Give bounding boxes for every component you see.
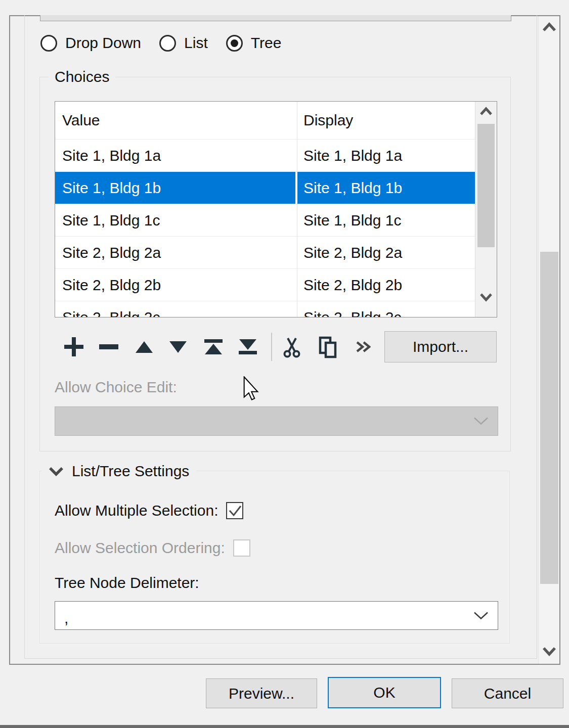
list-tree-settings-header[interactable]: List/Tree Settings [41, 461, 196, 481]
cell-value: Site 2, Bldg 2c [55, 301, 297, 317]
chevron-down-icon [479, 293, 493, 302]
radio-label: List [184, 34, 208, 52]
move-to-top-icon[interactable] [204, 339, 223, 354]
radio-tree[interactable]: Tree [226, 34, 282, 52]
cell-display: Site 1, Bldg 1a [297, 140, 476, 171]
table-row[interactable]: Site 1, Bldg 1aSite 1, Bldg 1a [55, 140, 476, 172]
table-row[interactable]: Site 2, Bldg 2cSite 2, Bldg 2c [55, 301, 476, 317]
cell-display: Site 1, Bldg 1b [297, 172, 476, 204]
chevron-down-icon [473, 417, 489, 426]
cell-value: Site 2, Bldg 2a [55, 237, 297, 268]
chevron-down-icon [542, 646, 556, 656]
section-title: List/Tree Settings [72, 463, 189, 480]
ok-button[interactable]: OK [328, 677, 441, 708]
table-scrollbar[interactable] [475, 102, 497, 317]
cell-display: Site 2, Bldg 2b [297, 269, 476, 301]
scroll-up-button[interactable] [539, 22, 559, 32]
allow-selection-ordering-checkbox [233, 539, 250, 557]
cell-value: Site 1, Bldg 1b [55, 172, 297, 204]
chevron-up-icon [542, 22, 556, 32]
ok-button-label: OK [373, 684, 395, 701]
radio-circle[interactable] [226, 35, 243, 52]
choice-options-dialog: Drop Down List Tree Choices Value Displa… [0, 0, 569, 728]
cell-value: Site 1, Bldg 1a [55, 140, 297, 171]
radio-label: Drop Down [65, 34, 141, 52]
add-icon[interactable] [64, 337, 83, 356]
cancel-button-label: Cancel [484, 685, 531, 702]
scrollbar-thumb[interactable] [540, 252, 558, 584]
window-bottom-edge [0, 725, 569, 728]
choices-group-label: Choices [49, 67, 115, 86]
cancel-button[interactable]: Cancel [452, 678, 563, 708]
chevron-down-icon [473, 611, 489, 620]
move-up-icon[interactable] [136, 341, 153, 353]
radio-circle[interactable] [40, 35, 57, 52]
cell-display: Site 2, Bldg 2c [297, 301, 476, 317]
table-row[interactable]: Site 1, Bldg 1cSite 1, Bldg 1c [55, 204, 476, 237]
scrollbar-thumb[interactable] [477, 124, 495, 247]
allow-multiple-selection-checkbox[interactable] [226, 502, 243, 519]
copy-icon[interactable] [319, 336, 337, 358]
preview-button-label: Preview... [229, 685, 294, 702]
table-row[interactable]: Site 2, Bldg 2bSite 2, Bldg 2b [55, 269, 476, 301]
radio-label: Tree [251, 34, 282, 52]
choices-toolbar: Import... [55, 330, 497, 364]
import-button-label: Import... [413, 338, 468, 355]
preview-button[interactable]: Preview... [206, 678, 317, 708]
cell-value: Site 2, Bldg 2b [55, 269, 297, 301]
table-row[interactable]: Site 1, Bldg 1bSite 1, Bldg 1b [55, 172, 476, 204]
radio-drop-down[interactable]: Drop Down [40, 34, 141, 52]
checkmark-icon [227, 503, 242, 518]
radio-list[interactable]: List [159, 34, 208, 52]
choices-table[interactable]: Value Display Site 1, Bldg 1aSite 1, Bld… [55, 101, 497, 317]
tree-node-delimeter-combo[interactable]: , [55, 601, 498, 630]
scroll-down-button[interactable] [539, 646, 559, 656]
allow-selection-ordering-label: Allow Selection Ordering: [55, 539, 225, 557]
allow-selection-ordering-row: Allow Selection Ordering: [55, 538, 250, 558]
cell-display: Site 2, Bldg 2a [297, 237, 476, 268]
mouse-cursor [243, 376, 259, 400]
scroll-up-button[interactable] [475, 107, 497, 116]
import-button[interactable]: Import... [384, 331, 497, 362]
move-down-icon[interactable] [169, 341, 187, 353]
collapse-chevron-icon [49, 467, 64, 476]
allow-choice-edit-label: Allow Choice Edit: [55, 378, 177, 396]
allow-multiple-selection-row: Allow Multiple Selection: [55, 501, 243, 520]
dialog-scrollbar[interactable] [538, 16, 559, 664]
toolbar-separator [271, 333, 272, 361]
allow-choice-edit-combo [55, 406, 498, 436]
column-header-display: Display [297, 102, 476, 139]
scroll-down-button[interactable] [475, 293, 497, 302]
remove-icon[interactable] [99, 344, 118, 349]
cell-value: Site 1, Bldg 1c [55, 204, 297, 236]
more-tools-icon[interactable] [356, 340, 371, 353]
radio-circle[interactable] [159, 35, 176, 52]
tree-node-delimeter-label: Tree Node Delimeter: [55, 574, 199, 592]
chevron-up-icon [479, 107, 493, 116]
table-row[interactable]: Site 2, Bldg 2aSite 2, Bldg 2a [55, 237, 476, 269]
move-to-bottom-icon[interactable] [238, 339, 257, 354]
column-header-value: Value [55, 102, 297, 139]
cell-display: Site 1, Bldg 1c [297, 204, 476, 236]
table-body: Site 1, Bldg 1aSite 1, Bldg 1aSite 1, Bl… [55, 140, 497, 317]
delimeter-value: , [64, 610, 68, 627]
view-mode-radio-group: Drop Down List Tree [40, 32, 281, 54]
clipped-control-top [40, 15, 511, 21]
allow-multiple-selection-label: Allow Multiple Selection: [55, 502, 218, 519]
table-header: Value Display [55, 102, 476, 140]
cut-icon[interactable] [282, 337, 302, 358]
